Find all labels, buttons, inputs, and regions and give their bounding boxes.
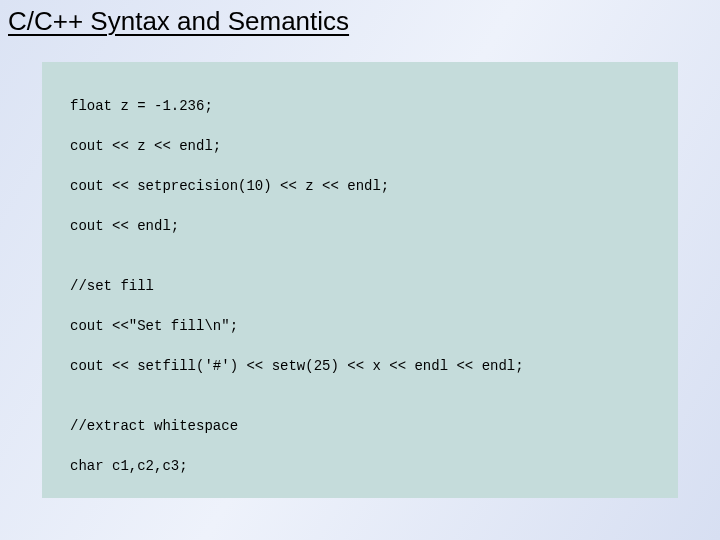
code-line: cout << setfill('#') << setw(25) << x <<… (70, 356, 672, 376)
code-line: //set fill (70, 276, 672, 296)
slide-title: C/C++ Syntax and Semantics (8, 6, 349, 37)
code-block: float z = -1.236; cout << z << endl; cou… (42, 62, 678, 498)
slide: C/C++ Syntax and Semantics float z = -1.… (0, 0, 720, 540)
code-line: cout << setprecision(10) << z << endl; (70, 176, 672, 196)
code-line: char c1,c2,c3; (70, 456, 672, 476)
code-line: cout <<"Set fill\n"; (70, 316, 672, 336)
code-line: cout << endl; (70, 216, 672, 236)
code-line: float z = -1.236; (70, 96, 672, 116)
code-line: //extract whitespace (70, 416, 672, 436)
code-line: cout << z << endl; (70, 136, 672, 156)
code-line: cout <<"Extract white space, enter 3 cha… (70, 496, 672, 498)
